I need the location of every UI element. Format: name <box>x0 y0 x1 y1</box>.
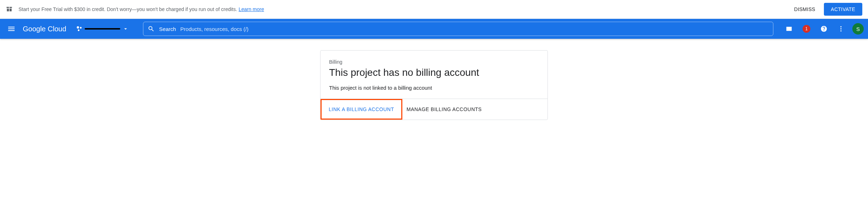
notification-badge: 1 <box>803 25 810 33</box>
search-bar[interactable]: Search <box>143 22 773 36</box>
page-title: This project has no billing account <box>329 67 539 78</box>
project-name-redacted <box>85 28 120 30</box>
page-subtitle: This project is not linked to a billing … <box>329 85 539 91</box>
project-picker[interactable] <box>73 23 132 34</box>
cloud-shell-icon <box>785 25 793 32</box>
search-label: Search <box>159 26 176 32</box>
hamburger-menu-button[interactable] <box>4 22 18 36</box>
svg-rect-0 <box>7 7 9 8</box>
svg-point-7 <box>840 26 841 27</box>
cloud-shell-button[interactable] <box>783 23 795 35</box>
trial-banner-text: Start your Free Trial with $300 in credi… <box>18 6 237 12</box>
breadcrumb: Billing <box>329 59 539 65</box>
svg-point-5 <box>80 27 82 29</box>
svg-rect-2 <box>7 9 9 11</box>
learn-more-link[interactable]: Learn more <box>239 6 264 12</box>
dismiss-button[interactable]: Dismiss <box>788 4 821 15</box>
chevron-down-icon <box>122 26 129 32</box>
project-icon <box>76 26 83 32</box>
trial-banner: Start your Free Trial with $300 in credi… <box>0 0 868 19</box>
logo-google-text: Google <box>23 25 46 33</box>
notifications-button[interactable]: 1 <box>800 23 813 35</box>
top-app-bar: Google Cloud Search 1 S <box>0 19 868 39</box>
google-cloud-logo[interactable]: Google Cloud <box>23 25 66 33</box>
help-button[interactable] <box>818 23 830 35</box>
svg-rect-3 <box>10 9 12 11</box>
svg-rect-1 <box>10 7 12 8</box>
svg-point-6 <box>78 30 80 31</box>
more-vert-icon <box>837 25 845 32</box>
card-actions: Link a billing account Manage billing ac… <box>321 99 547 120</box>
highlight-annotation: Link a billing account <box>321 99 402 120</box>
logo-cloud-text: Cloud <box>46 25 67 33</box>
main-content: Billing This project has no billing acco… <box>0 39 868 131</box>
svg-point-8 <box>840 28 841 29</box>
activate-button[interactable]: Activate <box>824 3 862 16</box>
link-billing-account-button[interactable]: Link a billing account <box>322 100 401 119</box>
help-icon <box>820 25 827 32</box>
avatar[interactable]: S <box>852 23 864 35</box>
menu-icon <box>7 25 16 33</box>
search-input[interactable] <box>180 26 769 32</box>
svg-point-4 <box>77 26 79 28</box>
more-options-button[interactable] <box>835 23 847 35</box>
manage-billing-accounts-button[interactable]: Manage billing accounts <box>402 99 489 120</box>
billing-card: Billing This project has no billing acco… <box>320 50 548 120</box>
gift-icon <box>6 6 13 13</box>
search-icon <box>148 25 155 32</box>
svg-point-9 <box>840 30 841 31</box>
top-bar-actions: 1 S <box>783 23 864 35</box>
